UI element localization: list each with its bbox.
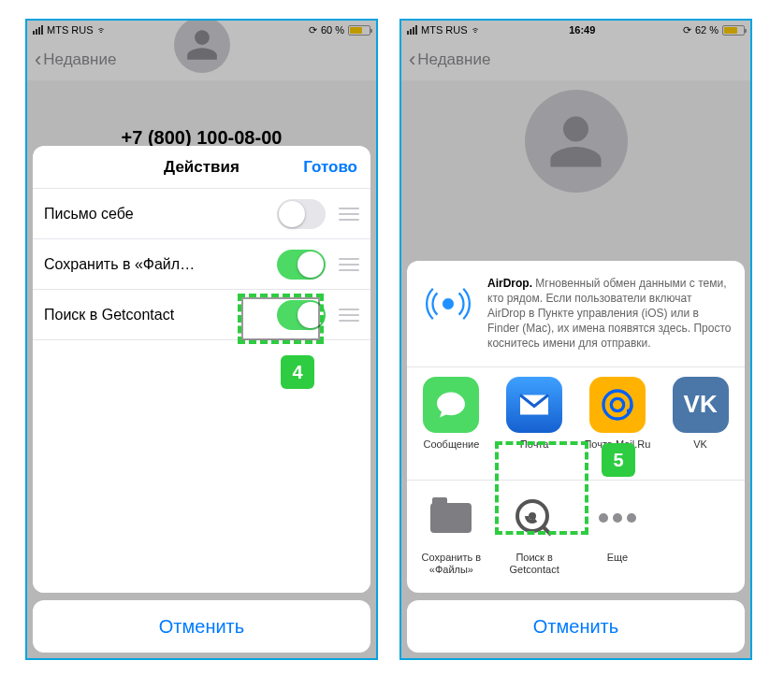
badge-4: 4: [281, 355, 314, 389]
airdrop-text: AirDrop. Мгновенный обмен данными с теми…: [487, 276, 732, 352]
share-app-vk[interactable]: VK VK: [661, 377, 739, 463]
svg-point-1: [603, 391, 632, 419]
share-apps-row: Сообщение Почта Почта Mail.Ru VK VK: [407, 366, 745, 480]
svg-point-4: [529, 512, 536, 520]
badge-5: 5: [602, 443, 635, 477]
action-getcontact[interactable]: Поиск в Getcontact: [496, 490, 573, 576]
reorder-handle-icon[interactable]: [339, 309, 359, 322]
airdrop-icon: [420, 276, 476, 332]
folder-icon: [430, 503, 472, 533]
reorder-handle-icon[interactable]: [339, 208, 359, 221]
airdrop-section: AirDrop. Мгновенный обмен данными с теми…: [407, 261, 745, 366]
share-app-mail[interactable]: Почта: [496, 377, 573, 463]
toggle-getcontact[interactable]: [277, 300, 326, 330]
actions-sheet: Действия Готово Письмо себе Сохранить в …: [33, 146, 370, 653]
action-label: Поиск в Getcontact: [44, 307, 277, 323]
svg-point-0: [443, 298, 454, 309]
toggle-save-files[interactable]: [277, 250, 326, 280]
share-sheet: AirDrop. Мгновенный обмен данными с теми…: [407, 261, 745, 653]
more-icon: [599, 513, 636, 523]
sheet-header: Действия Готово: [33, 146, 370, 189]
action-row-mail-self: Письмо себе: [33, 189, 370, 239]
action-label: Сохранить в «Файл…: [44, 256, 277, 273]
sheet-title: Действия: [164, 158, 240, 177]
action-more[interactable]: Еще: [579, 490, 657, 576]
phone-left: MTS RUS ᯤ 16:53 ⟳ 60 % ‹Недавние +7 (800…: [25, 19, 378, 660]
action-save-files[interactable]: Сохранить в «Файлы»: [413, 490, 490, 576]
phone-right: MTS RUS ᯤ 16:49 ⟳ 62 % ‹Недавние AirDrop…: [399, 19, 752, 660]
reorder-handle-icon[interactable]: [339, 258, 359, 271]
done-button[interactable]: Готово: [303, 158, 357, 177]
action-row-save-files: Сохранить в «Файл…: [33, 239, 370, 290]
action-label: Письмо себе: [44, 206, 277, 223]
cancel-button[interactable]: Отменить: [33, 600, 370, 653]
share-actions-row: Сохранить в «Файлы» Поиск в Getcontact Е…: [407, 480, 745, 593]
action-row-getcontact: Поиск в Getcontact: [33, 290, 370, 340]
toggle-mail-self[interactable]: [277, 199, 326, 229]
share-app-messages[interactable]: Сообщение: [413, 377, 490, 463]
svg-point-2: [611, 398, 623, 410]
cancel-button[interactable]: Отменить: [407, 600, 745, 653]
